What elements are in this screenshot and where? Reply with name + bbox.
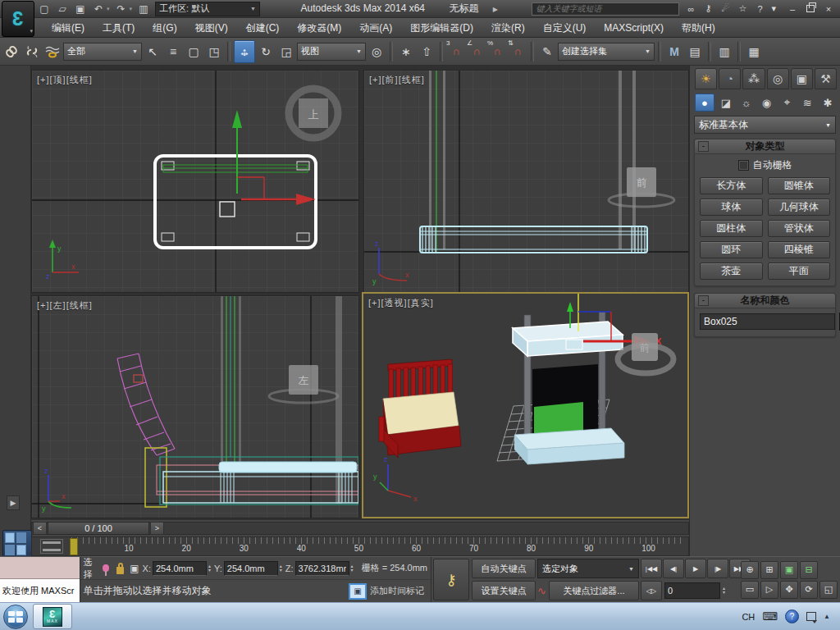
play-button[interactable]: ▶ (685, 559, 706, 578)
pyramid-button[interactable]: 四棱锥 (768, 241, 831, 258)
selection-lock-icon[interactable] (116, 567, 125, 574)
viewport-left[interactable]: [+][左][线框] (31, 295, 359, 518)
bind-to-space-warp-icon[interactable] (43, 41, 62, 62)
viewport-perspective[interactable]: [+][透视][真实] (362, 292, 689, 518)
start-button[interactable] (3, 605, 28, 629)
geosphere-button[interactable]: 几何球体 (768, 199, 831, 216)
percent-snap-toggle-icon[interactable]: %∩ (487, 41, 507, 62)
edit-named-selection-sets-icon[interactable]: ✎ (537, 41, 557, 62)
subtab-cameras-icon[interactable]: ◉ (758, 94, 776, 111)
key-filter-dropdown[interactable]: 选定对象 ▼ (537, 559, 639, 578)
tab-create[interactable]: ☀ (695, 68, 717, 89)
redo-icon[interactable]: ↷ (115, 2, 128, 16)
key-mode-toggle-icon[interactable]: ◁▷ (641, 581, 662, 600)
teapot-button[interactable]: 茶壶 (700, 262, 763, 280)
menu-rendering[interactable]: 渲染(R) (482, 18, 534, 38)
track-bar-selection-icon[interactable] (40, 539, 63, 554)
new-file-icon[interactable]: ▢ (38, 2, 51, 16)
unlink-selection-icon[interactable] (22, 41, 42, 62)
auto-key-button[interactable]: 自动关键点 (472, 559, 536, 578)
viewport-left-label[interactable]: [+][左][线框] (37, 299, 93, 312)
zoom-all-icon[interactable]: ⊞ (760, 561, 778, 579)
z-spinner[interactable]: ▴▾ (351, 564, 354, 573)
show-hidden-icons[interactable]: ▲ (824, 613, 830, 620)
help-icon[interactable]: ? (754, 3, 765, 15)
maxscript-listener-line[interactable]: 欢迎使用 MAXScr (0, 579, 80, 602)
subtab-geometry-icon[interactable]: ● (695, 94, 714, 112)
y-coordinate-field[interactable] (224, 561, 278, 576)
selection-filter-dropdown[interactable]: 全部 ▼ (63, 43, 142, 61)
viewport-perspective-label[interactable]: [+][透视][真实] (368, 297, 434, 309)
next-frame-button[interactable]: |▶ (707, 559, 728, 578)
select-and-link-icon[interactable] (2, 41, 21, 62)
torus-button[interactable]: 圆环 (700, 241, 763, 258)
tab-display[interactable]: ▣ (791, 68, 813, 89)
time-slider[interactable]: < 0 / 100 > (31, 522, 689, 535)
maximize-viewport-icon[interactable]: ◱ (819, 581, 838, 599)
tab-motion[interactable]: ◎ (767, 68, 789, 89)
name-color-rollout-header[interactable]: - 名称和颜色 (695, 294, 835, 308)
viewport-top-label[interactable]: [+][顶][线框] (37, 74, 93, 86)
orbit-icon[interactable]: ⟳ (800, 581, 818, 599)
absolute-offset-mode-icon[interactable]: ▣ (130, 563, 139, 574)
layer-manager-icon[interactable]: ▥ (714, 41, 734, 62)
geometry-category-dropdown[interactable]: 标准基本体 ▼ (694, 116, 836, 134)
select-object-icon[interactable]: ↖ (143, 41, 162, 62)
workspace-dropdown[interactable]: 工作区: 默认 ▼ (155, 2, 260, 16)
menu-graph-editors[interactable]: 图形编辑器(D) (401, 18, 482, 38)
pan-hand-icon[interactable]: ✥ (780, 581, 798, 599)
viewport-top-canvas[interactable]: 上 y x z (32, 71, 358, 292)
align-icon[interactable]: ▤ (685, 41, 705, 62)
zoom-region-icon[interactable]: ▭ (741, 581, 759, 599)
taskbar-3dsmax-button[interactable]: 3MAX (33, 604, 72, 629)
angle-snap-toggle-icon[interactable]: ∠∩ (467, 41, 486, 62)
x-spinner[interactable]: ▴▾ (208, 564, 211, 573)
use-pivot-point-center-icon[interactable]: ◎ (367, 41, 386, 62)
tab-hierarchy[interactable]: ⁂ (742, 68, 765, 89)
project-folder-icon[interactable]: ▥ (137, 2, 150, 16)
subtab-helpers-icon[interactable]: ⌖ (778, 94, 796, 111)
spinner-snap-toggle-icon[interactable]: ⇅∩ (508, 41, 527, 62)
x-coordinate-field[interactable] (153, 561, 207, 576)
select-and-move-icon[interactable]: ↔↕ (234, 40, 255, 63)
search-input[interactable] (532, 2, 679, 16)
add-time-tag[interactable]: 添加时间标记 (370, 585, 424, 597)
render-setup-icon[interactable]: ▦ (744, 41, 764, 62)
redo-caret-icon[interactable]: ▾ (130, 6, 133, 12)
cone-button[interactable]: 圆锥体 (768, 177, 831, 194)
cylinder-button[interactable]: 圆柱体 (700, 220, 763, 237)
track-bar[interactable]: 010 2030 4050 6070 8090 100 (31, 536, 689, 556)
field-of-view-icon[interactable]: ▷ (760, 581, 778, 599)
window-crossing-icon[interactable]: ◳ (204, 41, 224, 62)
object-name-field[interactable] (700, 313, 835, 330)
key-icon[interactable]: ⚷ (702, 3, 714, 15)
open-file-icon[interactable]: ▱ (56, 2, 69, 16)
previous-frame-button[interactable]: ◀| (663, 559, 684, 578)
menu-maxscript[interactable]: MAXScript(X) (595, 18, 673, 38)
frame-spinner[interactable]: ▴▾ (723, 587, 725, 595)
current-frame-field[interactable] (664, 582, 720, 599)
menu-help[interactable]: 帮助(H) (673, 18, 724, 38)
tube-button[interactable]: 管状体 (768, 220, 831, 237)
plane-button[interactable]: 平面 (768, 262, 831, 280)
viewport-perspective-canvas[interactable]: X 前 z y x (363, 294, 687, 517)
viewport-front[interactable]: [+][前][线框] (363, 70, 689, 293)
rectangular-selection-region-icon[interactable]: ▢ (184, 41, 203, 62)
viewport-top[interactable]: [+][顶][线框] (31, 70, 359, 293)
maxscript-macro-area[interactable] (0, 557, 80, 579)
restore-button[interactable] (802, 2, 819, 16)
select-and-rotate-icon[interactable]: ↻ (256, 41, 276, 62)
sphere-button[interactable]: 球体 (700, 199, 763, 216)
isolate-selection-icon[interactable] (103, 564, 108, 572)
keyboard-shortcut-override-icon[interactable]: ⇧ (417, 41, 436, 62)
y-spinner[interactable]: ▴▾ (280, 564, 282, 573)
maxscript-mini-listener[interactable]: 欢迎使用 MAXScr (0, 557, 80, 602)
subtab-lights-icon[interactable]: ☼ (737, 94, 756, 111)
viewport-front-label[interactable]: [+][前][线框] (369, 74, 425, 86)
time-slider-handle[interactable]: 0 / 100 (48, 522, 149, 535)
bed-3d[interactable] (379, 359, 461, 458)
object-type-rollout-header[interactable]: - 对象类型 (695, 139, 835, 154)
minimize-button[interactable]: – (784, 2, 801, 16)
select-by-name-icon[interactable]: ≡ (163, 41, 183, 62)
menu-animation[interactable]: 动画(A) (350, 18, 401, 38)
